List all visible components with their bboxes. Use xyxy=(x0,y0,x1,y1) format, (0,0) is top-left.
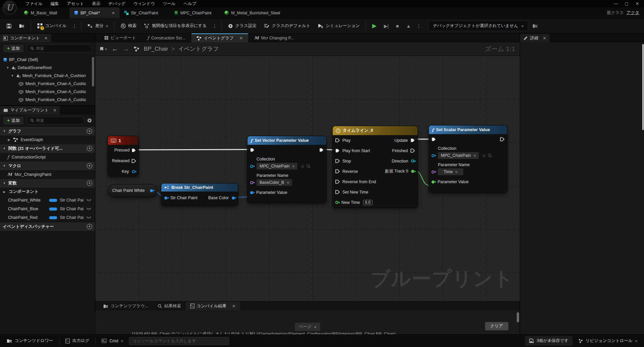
node-set-vector-parameter-value[interactable]: ƒ Set Vector Parameter Value Collection … xyxy=(247,136,327,203)
exec-pin-stop[interactable] xyxy=(335,159,340,163)
clear-button[interactable]: クリア xyxy=(485,322,508,330)
hide-unrelated-kebab-icon[interactable]: ⋮ xyxy=(211,23,218,29)
hide-unrelated-button[interactable]: 無関係な項目を非表示にする xyxy=(141,21,210,31)
components-scrollbar[interactable] xyxy=(92,57,94,86)
tab-content-browser[interactable]: コンテンツブラウ... xyxy=(99,302,153,310)
revision-control-button[interactable]: リビジョンコントロール ∨ xyxy=(575,336,641,346)
stop-button[interactable]: ■ xyxy=(393,21,402,31)
new-time-value-input[interactable]: 0.0 xyxy=(363,200,373,205)
section-macros[interactable]: ▼ マクロ + xyxy=(0,161,95,170)
exec-pin-out[interactable] xyxy=(319,148,324,152)
close-tab-icon[interactable]: ✕ xyxy=(232,304,235,309)
exec-pin-update[interactable] xyxy=(411,138,415,142)
class-settings-button[interactable]: クラス設定 xyxy=(225,21,260,31)
group-components-variables[interactable]: ▶ コンポーネント xyxy=(0,188,95,196)
add-variable-icon[interactable]: + xyxy=(87,181,92,186)
cmd-dropdown[interactable]: Cmd ∨ xyxy=(98,337,127,345)
param-name-select[interactable]: Time ∨ xyxy=(438,168,464,176)
node-input-key-1[interactable]: 1 Pressed Released Key xyxy=(108,136,139,177)
node-timeline-0[interactable]: タイムライン_0 Play Update xyxy=(332,126,418,208)
collection-pin-in[interactable] xyxy=(432,154,435,157)
exec-pin-out[interactable] xyxy=(132,159,136,163)
section-event-dispatchers[interactable]: イベントディスパッチャー + xyxy=(0,222,95,231)
add-component-button[interactable]: + 追加 xyxy=(3,44,24,53)
browse-icon[interactable] xyxy=(488,153,492,158)
exec-pin-reverse[interactable] xyxy=(335,169,340,174)
play-options-kebab-icon[interactable]: ⋮ xyxy=(415,23,423,29)
struct-pin-out[interactable] xyxy=(232,197,235,200)
direction-pin-out[interactable] xyxy=(411,159,414,162)
tree-item-bp-chair-self[interactable]: BP_Chair (Self) xyxy=(0,56,95,64)
window-maximize-button[interactable]: ▢ xyxy=(622,1,631,6)
node-set-scalar-parameter-value[interactable]: ƒ Set Scalar Parameter Value Collection … xyxy=(429,125,507,193)
menu-window[interactable]: ウィンドウ xyxy=(130,0,159,8)
my-blueprint-search-input[interactable] xyxy=(36,118,81,123)
param-value-pin-in[interactable] xyxy=(250,191,253,194)
tree-item-cushion-mesh[interactable]: Mesh_Furniture_Chair-A_Cushic xyxy=(0,88,95,96)
track-pin-out[interactable] xyxy=(411,170,414,173)
section-variables[interactable]: ▼ 変数 + xyxy=(0,179,95,188)
find-button[interactable]: 検索 xyxy=(118,21,140,31)
eject-button[interactable]: ▲ xyxy=(403,21,414,31)
unsaved-assets-button[interactable]: 3個が未保存です xyxy=(525,336,573,346)
menu-view[interactable]: 表示 xyxy=(88,0,104,8)
exec-pin-out[interactable] xyxy=(500,137,504,141)
add-function-icon[interactable]: + xyxy=(87,146,92,151)
tree-item-cushion-mesh[interactable]: Mesh_Furniture_Chair-A_Cushic xyxy=(0,96,95,104)
tree-item-defaultsceneroot[interactable]: ▼ DefaultSceneRoot xyxy=(0,64,95,72)
use-selected-icon[interactable]: ⊙ xyxy=(301,164,304,169)
expand-arrow-icon[interactable]: ▼ xyxy=(6,66,9,69)
menu-help[interactable]: ヘルプ xyxy=(180,0,200,8)
param-value-pin-in[interactable] xyxy=(432,181,435,184)
close-tab-icon[interactable]: ✕ xyxy=(107,11,115,15)
close-icon[interactable]: ✕ xyxy=(543,36,546,41)
collection-select[interactable]: MPC_ChairPain ∨ xyxy=(256,162,298,170)
expand-arrow-icon[interactable]: ▼ xyxy=(11,74,14,77)
save-button[interactable] xyxy=(3,21,15,31)
window-close-button[interactable]: ✕ xyxy=(633,1,642,6)
tree-item-cushion-parent[interactable]: ▼ Mesh_Furniture_Chair-A_Cushion xyxy=(0,72,95,80)
struct-pin-in[interactable] xyxy=(164,197,167,200)
collection-pin-in[interactable] xyxy=(250,165,253,168)
bookmark-dropdown[interactable]: ∨ xyxy=(100,47,107,51)
window-minimize-button[interactable]: — xyxy=(611,1,621,6)
menu-file[interactable]: ファイル xyxy=(21,0,46,8)
menu-debug[interactable]: デバッグ xyxy=(104,0,129,8)
tab-construction-script[interactable]: ƒ Construction Scr... xyxy=(142,33,191,42)
variable-chairpaint-red[interactable]: ChairPaint_Red Str Chair Pai xyxy=(0,213,95,222)
unreal-logo-icon[interactable]: U xyxy=(3,1,17,15)
frame-skip-button[interactable]: ▶| xyxy=(381,21,391,31)
tab-components-panel[interactable]: コンポーネント ✕ xyxy=(0,34,51,42)
tab-event-graph[interactable]: イベントグラフ ✕ xyxy=(191,33,248,42)
content-drawer-button[interactable]: コンテンツドロワー xyxy=(3,336,57,346)
item-eventgraph[interactable]: ▶ EventGraph xyxy=(0,135,95,144)
breadcrumb-leaf[interactable]: イベントグラフ xyxy=(178,45,219,53)
exec-pin-out[interactable] xyxy=(132,148,136,152)
nav-back-button[interactable]: ← xyxy=(112,45,118,53)
struct-pin-out[interactable] xyxy=(150,189,153,192)
add-graph-icon[interactable]: + xyxy=(87,128,92,134)
use-selected-icon[interactable]: ⊙ xyxy=(482,153,486,158)
results-scrollbar[interactable] xyxy=(517,312,519,322)
tab-details-panel[interactable]: 詳細 ✕ xyxy=(520,34,549,42)
close-icon[interactable]: ✕ xyxy=(53,108,56,113)
browse-icon[interactable] xyxy=(306,164,311,168)
exec-pin-play-from-start[interactable] xyxy=(335,148,340,153)
simulation-button[interactable]: シミュレーション xyxy=(315,21,363,31)
asset-tab-m-metal-burnished-steel[interactable]: M_Metal_Burnished_Steel xyxy=(220,7,285,18)
tab-my-blueprint-panel[interactable]: マイブループリント ✕ xyxy=(0,106,60,114)
asset-tab-mpc-chairpaint[interactable]: MPC_ChairPaint xyxy=(170,7,220,18)
tab-viewport[interactable]: ビューポート xyxy=(99,33,141,42)
details-scrollbar[interactable] xyxy=(642,44,644,130)
diff-button[interactable]: 差分 ∨ xyxy=(85,21,111,31)
new-time-pin-in[interactable] xyxy=(335,201,338,204)
menu-edit[interactable]: 編集 xyxy=(46,0,63,8)
asset-tab-bp-chair[interactable]: BP_Chair* ✕ xyxy=(69,7,120,18)
menu-tools[interactable]: ツール xyxy=(159,0,179,8)
class-defaults-button[interactable]: クラスのデフォルト xyxy=(261,21,313,31)
exec-pin-in[interactable] xyxy=(250,148,255,152)
asset-tab-m-basic-wall[interactable]: M_Basic_Wall xyxy=(19,7,69,18)
close-icon[interactable]: ✕ xyxy=(44,36,47,41)
add-dispatcher-icon[interactable]: + xyxy=(87,224,92,229)
item-mcr-changingpaint[interactable]: M Mcr_ChangingPaint xyxy=(0,170,95,179)
